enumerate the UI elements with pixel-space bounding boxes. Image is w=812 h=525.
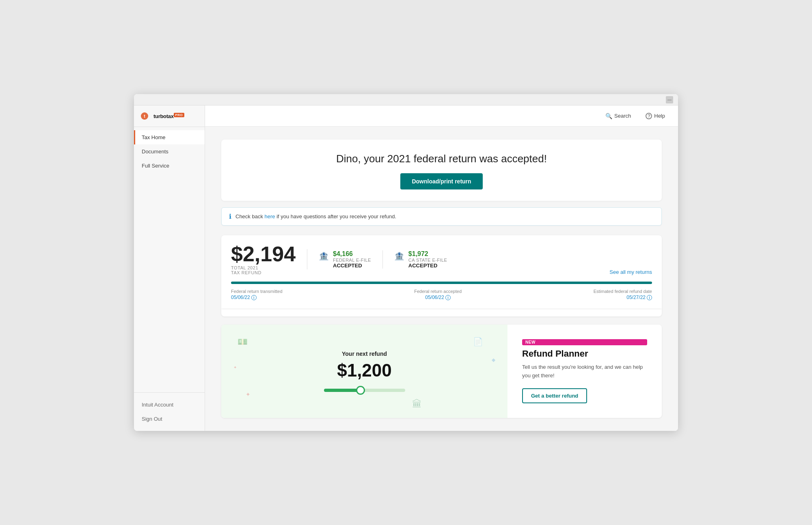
app-container: t turbotaxPRO Tax Home Documents Full Se… (134, 105, 678, 431)
progress-labels: Federal return transmitted 05/06/22 i Fe… (231, 289, 652, 300)
progress-label-accepted: Federal return accepted 05/06/22 i (414, 289, 462, 300)
accepted-info-icon: i (445, 295, 451, 300)
refund-viz-card: 💵 📄 ✦ ✦ ◆ 🏛 Your next refund $1,200 (221, 325, 508, 418)
transmitted-date: 05/06/22 i (231, 295, 283, 300)
download-print-button[interactable]: Download/print return (400, 173, 482, 189)
progress-section: Federal return transmitted 05/06/22 i Fe… (221, 282, 662, 308)
app-window: — t turbotaxPRO Tax Home Doc (134, 94, 678, 431)
help-label: Help (654, 113, 665, 119)
federal-amount: $4,166 (333, 250, 371, 258)
refund-stats: $2,194 TOTAL 2021 TAX REFUND 🏦 $4,166 (221, 235, 662, 282)
search-label: Search (614, 113, 631, 119)
federal-refund-item: 🏦 $4,166 FEDERAL E-FILE ACCEPTED (319, 250, 371, 269)
state-refund-item: 🏦 $1,972 CA STATE E-FILE ACCEPTED (382, 250, 447, 269)
federal-details: $4,166 FEDERAL E-FILE ACCEPTED (333, 250, 371, 269)
state-status: ACCEPTED (408, 262, 447, 269)
refund-date: 05/27/22 i (594, 295, 652, 300)
search-icon: 🔍 (605, 113, 612, 119)
info-text-before: Check back (235, 213, 265, 219)
minimize-button[interactable]: — (666, 96, 673, 103)
progress-bar (231, 282, 652, 284)
sidebar-item-tax-home-label: Tax Home (142, 134, 166, 140)
deco-building-icon: 🏛 (412, 398, 422, 410)
total-refund-amount: $2,194 (231, 243, 296, 265)
refund-planner-info: NEW Refund Planner Tell us the result yo… (508, 325, 662, 418)
sidebar-item-intuit-account[interactable]: Intuit Account (134, 398, 205, 412)
refund-divider-1 (307, 249, 307, 269)
viz-amount: $1,200 (337, 360, 392, 381)
federal-status: ACCEPTED (333, 262, 371, 269)
search-button[interactable]: 🔍 Search (602, 111, 634, 121)
refund-date-info-icon: i (647, 295, 652, 300)
sidebar-item-tax-home[interactable]: Tax Home (134, 130, 205, 144)
deco-money-icon: 💵 (238, 337, 248, 346)
accepted-date: 05/06/22 i (414, 295, 462, 300)
sidebar-item-documents-label: Documents (142, 148, 168, 155)
state-type: CA STATE E-FILE (408, 258, 447, 262)
see-all-returns-link[interactable]: See all my returns (609, 269, 652, 275)
sidebar: t turbotaxPRO Tax Home Documents Full Se… (134, 105, 205, 431)
logo-badge: PRO (174, 113, 185, 117)
viz-slider-track (324, 389, 405, 392)
viz-slider-thumb[interactable] (356, 386, 365, 395)
sign-out-label: Sign Out (142, 416, 162, 422)
planner-title: Refund Planner (522, 349, 647, 359)
viz-label: Your next refund (342, 351, 387, 357)
viz-slider-fill (324, 389, 361, 392)
sidebar-item-sign-out[interactable]: Sign Out (134, 412, 205, 426)
sidebar-item-full-service[interactable]: Full Service (134, 159, 205, 173)
sidebar-bottom: Intuit Account Sign Out (134, 392, 205, 431)
info-link[interactable]: here (265, 213, 275, 219)
sidebar-item-full-service-label: Full Service (142, 163, 169, 169)
intuit-account-label: Intuit Account (142, 402, 173, 408)
info-text-after: if you have questions after you receive … (275, 213, 396, 219)
help-button[interactable]: ? Help (642, 111, 668, 121)
help-icon: ? (646, 113, 652, 119)
deco-star1-icon: ✦ (246, 391, 251, 398)
progress-label-transmitted: Federal return transmitted 05/06/22 i (231, 289, 283, 300)
turbotax-logo-container: t turbotaxPRO (140, 112, 184, 120)
new-badge: NEW (522, 339, 647, 345)
state-amount: $1,972 (408, 250, 447, 258)
planner-description: Tell us the result you're looking for, a… (522, 363, 647, 380)
info-text: Check back here if you have questions af… (235, 213, 396, 219)
state-icon: 🏦 (394, 251, 404, 261)
deco-w4-icon: 📄 (473, 337, 483, 346)
total-refund-label: TOTAL 2021 TAX REFUND (231, 265, 296, 275)
state-details: $1,972 CA STATE E-FILE ACCEPTED (408, 250, 447, 269)
big-refund: $2,194 TOTAL 2021 TAX REFUND (231, 243, 296, 275)
get-better-refund-button[interactable]: Get a better refund (522, 388, 587, 403)
turbotax-icon: t (140, 112, 152, 120)
progress-label-refund-date: Estimated federal refund date 05/27/22 i (594, 289, 652, 300)
deco-diamond-icon: ◆ (492, 357, 495, 363)
info-icon: ℹ (229, 213, 231, 220)
bottom-cards: 💵 📄 ✦ ✦ ◆ 🏛 Your next refund $1,200 (221, 325, 662, 418)
info-banner: ℹ Check back here if you have questions … (221, 207, 662, 226)
transmitted-info-icon: i (251, 295, 257, 300)
sidebar-item-documents[interactable]: Documents (134, 144, 205, 159)
main-content: Dino, your 2021 federal return was accep… (205, 127, 678, 431)
sidebar-logo: t turbotaxPRO (134, 105, 205, 127)
sidebar-nav: Tax Home Documents Full Service (134, 127, 205, 392)
main-header: 🔍 Search ? Help (205, 105, 678, 127)
hero-title: Dino, your 2021 federal return was accep… (238, 153, 646, 165)
titlebar: — (134, 94, 678, 105)
federal-type: FEDERAL E-FILE (333, 258, 371, 262)
logo-text: turbotaxPRO (153, 113, 184, 119)
federal-icon: 🏦 (319, 251, 329, 261)
deco-star2-icon: ✦ (233, 365, 237, 370)
hero-section: Dino, your 2021 federal return was accep… (221, 140, 662, 201)
